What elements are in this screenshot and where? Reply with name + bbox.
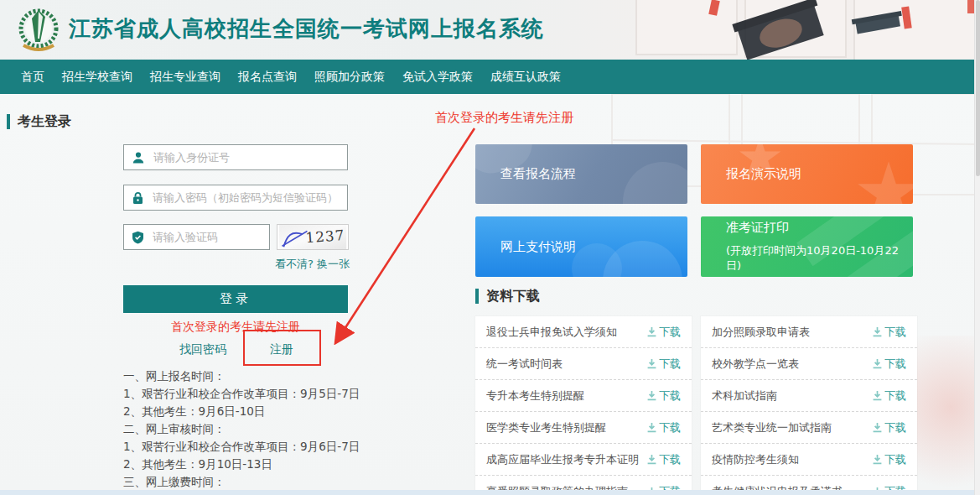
download-item-name: 校外教学点一览表 bbox=[712, 357, 799, 372]
download-link-label: 下载 bbox=[884, 388, 906, 404]
scrollbar[interactable] bbox=[974, 0, 980, 495]
download-icon bbox=[646, 422, 657, 433]
download-row: 校外教学点一览表下载 bbox=[701, 348, 917, 380]
download-item-name: 疫情防控考生须知 bbox=[712, 452, 799, 467]
download-item-name: 加分照顾录取申请表 bbox=[712, 325, 810, 340]
nav-item-6[interactable]: 成绩互认政策 bbox=[490, 70, 561, 85]
download-link[interactable]: 下载 bbox=[646, 325, 681, 340]
download-icon bbox=[646, 390, 657, 401]
quick-link-label: 报名演示说明 bbox=[726, 166, 913, 182]
download-link[interactable]: 下载 bbox=[646, 388, 681, 404]
download-link-label: 下载 bbox=[884, 325, 906, 340]
nav-item-4[interactable]: 照顾加分政策 bbox=[314, 70, 385, 85]
id-field-box bbox=[123, 144, 348, 170]
downloads-right-column: 加分照顾录取申请表下载校外教学点一览表下载术科加试指南下载艺术类专业统一加试指南… bbox=[701, 316, 917, 495]
nav-item-2[interactable]: 招生专业查询 bbox=[150, 70, 220, 85]
download-item-name: 成高应届毕业生报考专升本证明 bbox=[486, 452, 639, 467]
nav-item-5[interactable]: 免试入学政策 bbox=[402, 70, 473, 85]
download-row: 专升本考生特别提醒下载 bbox=[475, 380, 692, 412]
lock-icon bbox=[132, 191, 144, 205]
download-link[interactable]: 下载 bbox=[646, 357, 681, 372]
download-link[interactable]: 下载 bbox=[872, 325, 906, 340]
site-title: 江苏省成人高校招生全国统一考试网上报名系统 bbox=[69, 14, 544, 44]
quick-link-online-payment-instructions[interactable]: 网上支付说明 bbox=[475, 216, 687, 277]
download-item-name: 退役士兵申报免试入学须知 bbox=[486, 325, 617, 340]
download-row: 成高应届毕业生报考专升本证明下载 bbox=[475, 444, 692, 476]
download-row: 医学类专业考生特别提醒下载 bbox=[475, 412, 692, 444]
schedule-line: 2、其他考生：9月10日-13日 bbox=[123, 456, 425, 473]
download-item-name: 专升本考生特别提醒 bbox=[486, 388, 584, 404]
nav-item-1[interactable]: 招生学校查询 bbox=[62, 70, 132, 85]
nav-item-3[interactable]: 报名点查询 bbox=[238, 70, 297, 85]
nav-item-0[interactable]: 首页 bbox=[21, 70, 44, 85]
download-link-label: 下载 bbox=[659, 325, 681, 340]
download-link[interactable]: 下载 bbox=[872, 452, 906, 467]
forgot-password-link[interactable]: 找回密码 bbox=[179, 342, 226, 357]
download-item-name: 统一考试时间表 bbox=[486, 357, 563, 372]
quick-link-label: 网上支付说明 bbox=[500, 239, 687, 255]
download-item-name: 术科加试指南 bbox=[712, 388, 777, 404]
download-row: 加分照顾录取申请表下载 bbox=[701, 316, 917, 348]
download-link-label: 下载 bbox=[659, 357, 681, 372]
download-row: 疫情防控考生须知下载 bbox=[701, 444, 917, 476]
download-icon bbox=[872, 454, 883, 465]
downloads-section-title: 资料下载 bbox=[475, 289, 540, 304]
login-section-title: 考生登录 bbox=[7, 114, 71, 129]
download-row: 退役士兵申报免试入学须知下载 bbox=[475, 316, 692, 348]
password-field-box bbox=[123, 185, 348, 211]
schedule-line: 1、艰苦行业和校企合作改革项目：9月5日-7日 bbox=[123, 385, 425, 403]
download-item-name: 医学类专业考生特别提醒 bbox=[486, 420, 606, 435]
svg-text:1237: 1237 bbox=[305, 227, 345, 246]
download-icon bbox=[646, 358, 657, 369]
captcha-input[interactable] bbox=[151, 230, 262, 244]
schedule-line: 2、其他考生：9月6日-10日 bbox=[123, 403, 425, 420]
schedule-line: 一、网上报名时间： bbox=[123, 367, 425, 385]
quick-link-label: 查看报名流程 bbox=[500, 166, 687, 182]
download-row: 术科加试指南下载 bbox=[701, 380, 917, 412]
login-button[interactable]: 登录 bbox=[123, 285, 348, 313]
site-header: 江苏省成人高校招生全国统一考试网上报名系统 bbox=[0, 0, 980, 60]
scrollbar-thumb[interactable] bbox=[976, 0, 980, 176]
register-highlight-box bbox=[243, 330, 321, 366]
quick-link-view-enrollment-process[interactable]: 查看报名流程 bbox=[475, 144, 687, 204]
password-input[interactable] bbox=[151, 190, 340, 205]
site-logo-icon bbox=[15, 3, 62, 57]
download-item-name: 艺术类专业统一加试指南 bbox=[712, 420, 832, 435]
bottom-edge-strip bbox=[0, 490, 974, 495]
download-link[interactable]: 下载 bbox=[646, 420, 681, 435]
quick-link-enrollment-demo-instructions[interactable]: 报名演示说明 bbox=[701, 144, 913, 204]
quick-link-admission-ticket-print[interactable]: 准考证打印(开放打印时间为10月20日-10月22日) bbox=[701, 216, 913, 277]
quick-link-label: 准考证打印 bbox=[726, 220, 913, 236]
download-icon bbox=[646, 454, 657, 465]
download-link-label: 下载 bbox=[659, 452, 681, 467]
quick-link-subtext: (开放打印时间为10月20日-10月22日) bbox=[726, 243, 913, 274]
schedule-line: 二、网上审核时间： bbox=[123, 420, 425, 438]
registration-schedule: 一、网上报名时间：1、艰苦行业和校企合作改革项目：9月5日-7日2、其他考生：9… bbox=[123, 367, 425, 495]
download-link-label: 下载 bbox=[659, 388, 681, 404]
download-icon bbox=[872, 326, 883, 337]
download-link-label: 下载 bbox=[884, 357, 906, 372]
download-link-label: 下载 bbox=[884, 452, 906, 467]
download-link[interactable]: 下载 bbox=[872, 388, 906, 404]
downloads-left-column: 退役士兵申报免试入学须知下载统一考试时间表下载专升本考生特别提醒下载医学类专业考… bbox=[475, 316, 692, 495]
id-number-input[interactable] bbox=[152, 150, 340, 164]
download-link[interactable]: 下载 bbox=[872, 420, 906, 435]
main-nav: 首页招生学校查询招生专业查询报名点查询照顾加分政策免试入学政策成绩互认政策 bbox=[0, 60, 980, 94]
captcha-field-box bbox=[123, 224, 270, 250]
download-icon bbox=[646, 326, 657, 337]
captcha-refresh-link[interactable]: 看不清? 换一张 bbox=[275, 257, 352, 272]
user-icon bbox=[132, 151, 145, 164]
page-root: 江苏省成人高校招生全国统一考试网上报名系统 首页招生学校查询招生专业查询报名点查… bbox=[0, 0, 980, 495]
captcha-image[interactable]: 1237 bbox=[277, 224, 349, 250]
download-icon bbox=[872, 358, 883, 369]
download-link-label: 下载 bbox=[659, 420, 681, 435]
download-icon bbox=[872, 390, 883, 401]
download-link[interactable]: 下载 bbox=[872, 357, 906, 372]
schedule-line: 三、网上缴费时间： bbox=[123, 473, 425, 491]
register-annotation-text: 首次登录的考生请先注册 bbox=[435, 110, 573, 126]
download-row: 统一考试时间表下载 bbox=[475, 348, 692, 380]
graduation-photo-decoration bbox=[511, 0, 980, 60]
download-link[interactable]: 下载 bbox=[646, 452, 681, 467]
shield-check-icon bbox=[132, 231, 144, 244]
schedule-line: 1、艰苦行业和校企合作改革项目：9月6日-7日 bbox=[123, 438, 425, 456]
